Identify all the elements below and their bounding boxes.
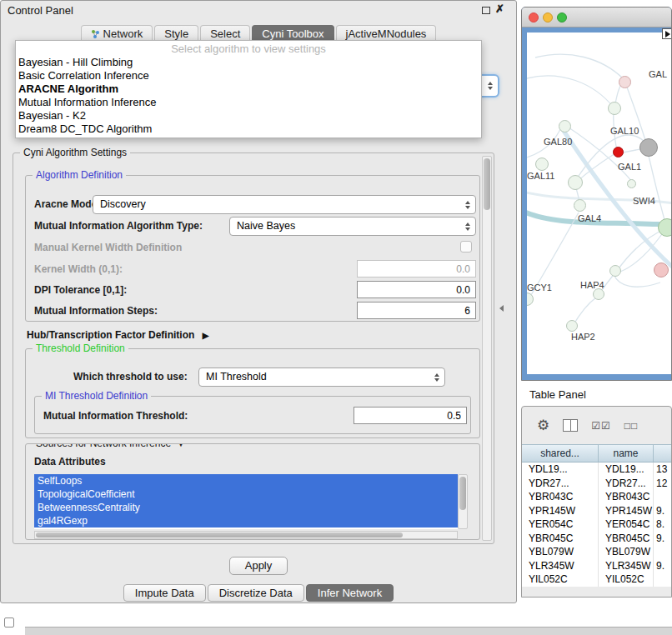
minimized-panel-icon[interactable] [4, 618, 14, 628]
network-node[interactable] [574, 199, 586, 212]
cell[interactable]: YDR27... [522, 477, 599, 491]
gear-icon[interactable]: ⚙ [537, 418, 549, 432]
network-node[interactable] [535, 158, 549, 171]
cell[interactable]: 9. [654, 504, 671, 518]
network-node[interactable] [639, 138, 658, 157]
network-node[interactable] [568, 175, 583, 190]
attributes-vscrollbar[interactable] [458, 474, 468, 529]
network-node[interactable] [627, 179, 636, 188]
birdseye-toggle[interactable] [662, 28, 672, 39]
network-node[interactable] [609, 265, 621, 277]
cell[interactable]: YDL19... [522, 462, 599, 477]
cell[interactable]: YLR345W [522, 559, 599, 573]
which-threshold-label: Which threshold to use: [73, 371, 188, 382]
attribute-item-selected[interactable]: SelfLoops [34, 474, 458, 488]
scrollbar-thumb[interactable] [484, 158, 490, 210]
column-header-name[interactable]: name [599, 445, 654, 462]
column-header-clipped[interactable] [654, 445, 671, 462]
cell[interactable]: 8. [654, 518, 671, 532]
combo-arrows-icon [465, 201, 470, 209]
cyni-bottom-tab-bar: Impute Data Discretize Data Infer Networ… [1, 584, 516, 602]
dropdown-item-highlighted[interactable]: ARACNE Algorithm [16, 82, 481, 96]
network-node[interactable] [619, 76, 631, 88]
cell[interactable] [654, 490, 671, 504]
network-node[interactable] [654, 262, 669, 278]
sources-group-toggle[interactable]: Sources for Network Inference ▼ [33, 443, 188, 449]
cell[interactable]: YBR043C [522, 490, 599, 504]
cell[interactable]: 9. [654, 559, 671, 573]
cell[interactable]: YBL079W [599, 545, 654, 559]
data-attributes-list: SelfLoops TopologicalCoefficient Between… [34, 474, 458, 529]
cell[interactable]: YDL19... [599, 462, 654, 477]
cell[interactable]: YBR043C [599, 490, 654, 504]
cell[interactable]: YBR045C [599, 532, 654, 546]
table-row[interactable]: YBR045CYBR045C9. [522, 532, 671, 546]
dropdown-item[interactable]: Basic Correlation Inference [16, 69, 481, 82]
dropdown-item[interactable]: Dream8 DC_TDC Algorithm [16, 122, 481, 136]
dropdown-item[interactable]: Mutual Information Inference [16, 96, 481, 109]
network-window-titlebar[interactable] [522, 8, 671, 28]
scrollbar-thumb[interactable] [459, 477, 466, 510]
cell[interactable]: 12 [654, 477, 671, 491]
cell[interactable]: YLR345W [599, 559, 654, 573]
aracne-mode-select[interactable]: Discovery [93, 195, 476, 214]
network-node[interactable] [566, 320, 578, 332]
table-row[interactable]: YDR27...YDR27...12 [522, 477, 671, 491]
dropdown-item[interactable]: Bayesian - K2 [16, 109, 481, 122]
table-row[interactable]: YBL079WYBL079W [522, 545, 671, 559]
cell[interactable] [654, 545, 671, 559]
attribute-item-selected[interactable]: TopologicalCoefficient [34, 488, 458, 501]
tab-discretize-data[interactable]: Discretize Data [208, 584, 304, 602]
attributes-hscrollbar[interactable] [34, 531, 458, 539]
network-node[interactable] [593, 288, 604, 300]
dropdown-item[interactable]: Bayesian - Hill Climbing [16, 56, 481, 69]
split-pane-handle[interactable] [499, 305, 504, 312]
scrollbar-thumb[interactable] [36, 532, 403, 538]
table-row[interactable]: YDL19...YDL19...13 [522, 462, 671, 477]
close-traffic-light[interactable] [529, 12, 539, 22]
cell[interactable] [654, 572, 671, 587]
combo-value: MI Threshold [206, 371, 267, 382]
mi-threshold-field[interactable] [354, 407, 467, 424]
mi-type-select[interactable]: Naive Bayes [229, 217, 476, 236]
network-node[interactable] [559, 120, 571, 132]
attribute-item-selected[interactable]: gal4RGexp [34, 514, 458, 528]
cell[interactable]: YIL052C [599, 572, 654, 587]
network-node[interactable] [658, 218, 672, 237]
apply-button[interactable]: Apply [229, 557, 288, 575]
network-node-selected[interactable] [613, 147, 624, 158]
attribute-item-selected[interactable]: BetweennessCentrality [34, 501, 458, 514]
zoom-traffic-light[interactable] [557, 12, 567, 22]
table-row[interactable]: YBR043CYBR043C [522, 490, 671, 504]
table-row[interactable]: YER054CYER054C8. [522, 518, 671, 532]
deselect-all-icon[interactable]: □□ [624, 421, 639, 431]
cell[interactable]: YIL052C [522, 572, 599, 587]
cell[interactable]: YDR27... [599, 477, 654, 491]
dpi-tolerance-field[interactable] [357, 281, 476, 298]
tab-infer-network[interactable]: Infer Network [306, 584, 394, 602]
cell[interactable]: YER054C [599, 518, 654, 532]
float-window-icon[interactable] [482, 7, 490, 14]
mi-steps-field[interactable] [357, 302, 476, 319]
table-row[interactable]: YPR145WYPR145W9. [522, 504, 671, 518]
cell[interactable]: YBL079W [522, 545, 599, 559]
tab-impute-data[interactable]: Impute Data [123, 584, 206, 602]
minimize-traffic-light[interactable] [543, 12, 553, 22]
cell[interactable]: YER054C [522, 518, 599, 532]
cell[interactable]: 13 [654, 462, 671, 477]
table-row[interactable]: YLR345WYLR345W9. [522, 559, 671, 573]
network-canvas[interactable]: GAL GAL80 GAL10 GAL11 GAL1 SWI4 GAL4 GCY… [527, 32, 672, 374]
cell[interactable]: YPR145W [522, 504, 599, 518]
table-row[interactable]: YIL052CYIL052C [522, 572, 671, 587]
which-threshold-select[interactable]: MI Threshold [198, 368, 445, 387]
settings-scrollbar[interactable] [482, 156, 492, 541]
close-icon[interactable]: ✗ [495, 2, 504, 15]
cell[interactable]: 9. [654, 532, 671, 546]
network-node[interactable] [608, 102, 621, 115]
cell[interactable]: YPR145W [599, 504, 654, 518]
column-header-shared-name[interactable]: shared... [522, 445, 599, 462]
cell[interactable]: YBR045C [522, 532, 599, 546]
hub-tf-definition-toggle[interactable]: Hub/Transcription Factor Definition ▶ [27, 329, 208, 341]
select-all-icon[interactable]: ☑☑ [591, 421, 611, 431]
select-columns-icon[interactable] [563, 419, 578, 432]
